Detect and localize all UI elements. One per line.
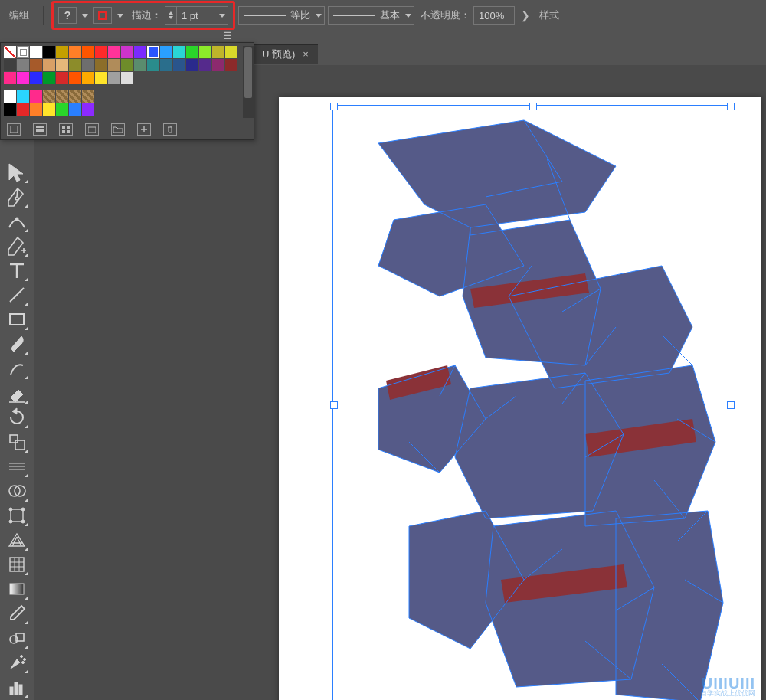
tool-paintbrush[interactable] [5, 332, 28, 355]
swatch[interactable] [69, 46, 81, 58]
swatch[interactable] [43, 59, 55, 71]
stroke-weight-field[interactable]: 1 pt [165, 6, 228, 25]
scrollbar[interactable] [243, 46, 254, 118]
swatch[interactable] [82, 90, 94, 103]
handle-tl[interactable] [330, 103, 338, 110]
tool-rectangle[interactable] [5, 308, 28, 331]
opacity-value[interactable]: 100% [474, 10, 514, 21]
swatch[interactable] [56, 46, 68, 58]
swatch[interactable] [69, 103, 81, 116]
swatch[interactable] [95, 46, 107, 58]
scrollbar-thumb[interactable] [244, 47, 252, 98]
artboard[interactable] [279, 97, 761, 700]
tool-line[interactable] [5, 283, 28, 306]
swatch[interactable] [186, 46, 198, 58]
swatch[interactable] [225, 59, 237, 71]
swatch[interactable] [43, 90, 55, 103]
swatch[interactable] [30, 72, 42, 84]
swatch[interactable] [199, 59, 211, 71]
swatch[interactable] [173, 46, 185, 58]
swatch[interactable] [160, 59, 172, 71]
tab-document[interactable]: U 预览) × [253, 44, 318, 64]
tool-eyedropper[interactable] [5, 602, 28, 625]
list-icon[interactable]: ☰ [224, 31, 232, 41]
handle-ml[interactable] [330, 401, 338, 409]
stroke-weight-value[interactable]: 1 pt [177, 10, 217, 21]
tool-direct-selection[interactable] [5, 161, 28, 184]
swatch[interactable] [4, 90, 16, 103]
swatch[interactable] [17, 90, 29, 103]
handle-mr[interactable] [727, 401, 735, 409]
swatch[interactable] [43, 72, 55, 84]
swatch[interactable] [134, 46, 146, 58]
swatch-options-icon[interactable] [59, 123, 73, 136]
swatch[interactable] [56, 72, 68, 84]
swatch[interactable] [108, 46, 120, 58]
swatch[interactable] [69, 72, 81, 84]
stroke-swatch[interactable] [93, 7, 112, 24]
tool-free-transform[interactable] [5, 504, 28, 527]
stroke-weight-stepper[interactable] [165, 7, 177, 24]
width-profile-dropdown[interactable]: 等比 [238, 6, 325, 25]
swatch[interactable] [95, 59, 107, 71]
tool-eraser[interactable] [5, 381, 28, 404]
tool-width[interactable] [5, 455, 28, 478]
fill-swatch-menu[interactable] [80, 8, 90, 23]
swatch[interactable] [186, 59, 198, 71]
swatch[interactable] [147, 59, 159, 71]
swatch[interactable] [82, 72, 94, 84]
tool-blend[interactable] [5, 626, 28, 649]
stroke-weight-menu[interactable] [217, 8, 228, 23]
swatch[interactable] [43, 46, 55, 58]
tool-symbol-sprayer[interactable] [5, 651, 28, 674]
swatch[interactable] [56, 103, 68, 116]
tool-pencil[interactable] [5, 357, 28, 380]
swatch[interactable] [17, 103, 29, 116]
swatch[interactable] [56, 90, 68, 103]
swatch[interactable] [82, 103, 94, 116]
swatch[interactable] [95, 72, 107, 84]
swatch[interactable] [82, 46, 94, 58]
swatch[interactable] [82, 59, 94, 71]
swatch[interactable] [108, 72, 120, 84]
tool-rotate[interactable] [5, 406, 28, 429]
swatch[interactable] [108, 59, 120, 71]
tool-perspective-grid[interactable] [5, 528, 28, 551]
swatch[interactable] [147, 46, 159, 58]
swatch[interactable] [121, 46, 133, 58]
brush-dropdown[interactable]: 基本 [328, 6, 414, 25]
swatch[interactable] [17, 59, 29, 71]
selection-box[interactable] [332, 105, 732, 700]
show-menu-icon[interactable] [33, 123, 47, 136]
swatch[interactable] [56, 59, 68, 71]
tool-scale[interactable] [5, 430, 28, 453]
swatch[interactable] [30, 59, 42, 71]
swatch[interactable] [4, 46, 16, 58]
new-swatch-icon[interactable] [137, 123, 151, 136]
color-group-icon[interactable] [85, 123, 99, 136]
swatch[interactable] [134, 59, 146, 71]
swatch[interactable] [30, 90, 42, 103]
tool-add-anchor[interactable] [5, 234, 28, 257]
handle-tc[interactable] [529, 103, 537, 110]
swatch[interactable] [121, 72, 133, 84]
folder-icon[interactable] [111, 123, 125, 136]
swatch[interactable] [121, 59, 133, 71]
swatch[interactable] [30, 46, 42, 58]
swatch[interactable] [43, 103, 55, 116]
tool-curvature[interactable] [5, 210, 28, 233]
tool-type[interactable] [5, 259, 28, 282]
swatch[interactable] [225, 46, 237, 58]
swatch[interactable] [160, 46, 172, 58]
trash-icon[interactable] [163, 123, 177, 136]
swatch[interactable] [69, 90, 81, 103]
handle-tr[interactable] [727, 103, 735, 110]
swatch[interactable] [69, 59, 81, 71]
swatch[interactable] [4, 103, 16, 116]
swatch[interactable] [212, 59, 224, 71]
swatch[interactable] [30, 103, 42, 116]
stroke-swatch-menu[interactable] [115, 8, 126, 23]
swatch[interactable] [4, 59, 16, 71]
opacity-field[interactable]: 100% [473, 6, 515, 25]
close-icon[interactable]: × [303, 48, 309, 60]
